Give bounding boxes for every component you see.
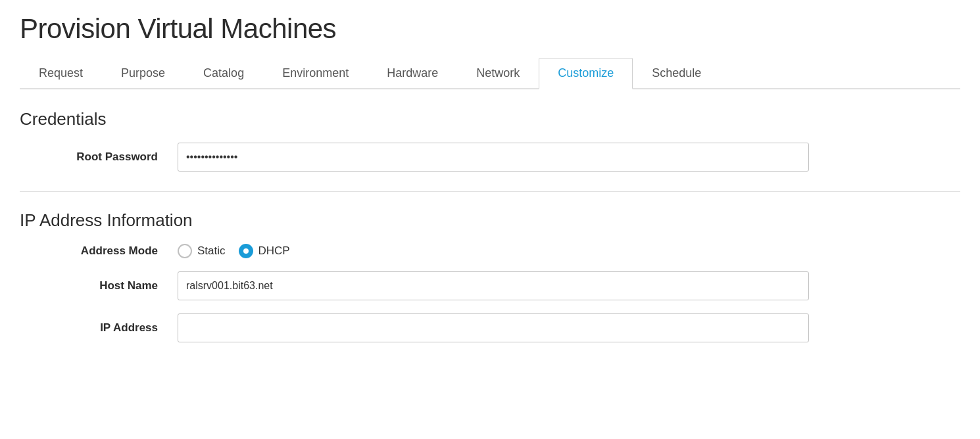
section-divider — [20, 191, 960, 192]
credentials-section-title: Credentials — [20, 109, 960, 129]
tab-catalog[interactable]: Catalog — [184, 58, 263, 89]
root-password-row: Root Password — [20, 143, 960, 172]
page-title: Provision Virtual Machines — [20, 13, 960, 45]
ip-address-section: IP Address Information Address Mode Stat… — [20, 210, 960, 342]
ip-address-input[interactable] — [178, 313, 809, 342]
root-password-label: Root Password — [33, 150, 178, 164]
tab-schedule[interactable]: Schedule — [633, 58, 720, 89]
credentials-section: Credentials Root Password — [20, 109, 960, 172]
host-name-input[interactable] — [178, 271, 809, 300]
address-mode-row: Address Mode Static DHCP — [20, 244, 960, 258]
radio-static-option[interactable]: Static — [178, 244, 226, 258]
tabs-bar: Request Purpose Catalog Environment Hard… — [20, 58, 960, 89]
tab-environment[interactable]: Environment — [263, 58, 368, 89]
tab-network[interactable]: Network — [457, 58, 539, 89]
radio-dhcp-option[interactable]: DHCP — [239, 244, 290, 258]
radio-dhcp-circle[interactable] — [239, 244, 253, 258]
ip-address-row: IP Address — [20, 313, 960, 342]
radio-static-label: Static — [197, 244, 226, 258]
ip-address-label: IP Address — [33, 321, 178, 335]
address-mode-label: Address Mode — [33, 244, 178, 258]
radio-static-circle[interactable] — [178, 244, 192, 258]
tab-request[interactable]: Request — [20, 58, 102, 89]
host-name-row: Host Name — [20, 271, 960, 300]
host-name-label: Host Name — [33, 279, 178, 292]
ip-address-section-title: IP Address Information — [20, 210, 960, 231]
tab-hardware[interactable]: Hardware — [368, 58, 457, 89]
root-password-input[interactable] — [178, 143, 809, 172]
tab-customize[interactable]: Customize — [539, 58, 633, 89]
tab-purpose[interactable]: Purpose — [102, 58, 184, 89]
radio-dhcp-label: DHCP — [258, 244, 290, 258]
address-mode-radio-group: Static DHCP — [178, 244, 290, 258]
